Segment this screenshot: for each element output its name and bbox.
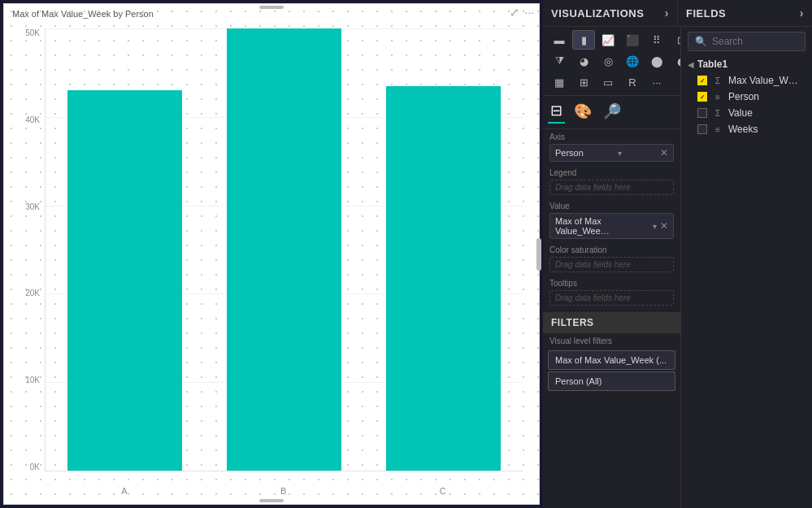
- viz-icon-4[interactable]: ⠿: [645, 30, 668, 50]
- bar-group: [54, 28, 197, 471]
- viz-icon-9[interactable]: 🌐: [621, 51, 644, 71]
- viz-icon-13[interactable]: ⊞: [572, 72, 595, 92]
- viz-icon-16[interactable]: ···: [645, 72, 668, 92]
- field-slot-label-3: Color saturation: [549, 245, 674, 254]
- viz-icon-12[interactable]: ▦: [548, 72, 571, 92]
- viz-icon-7[interactable]: ◕: [572, 51, 595, 71]
- resize-handle-top[interactable]: [259, 6, 284, 9]
- bar-group: [212, 28, 355, 471]
- chart-canvas: 0K10K20K30K40K50K ABC: [4, 20, 539, 504]
- chart-plot: [45, 28, 523, 471]
- format-tab[interactable]: 🎨: [571, 100, 594, 123]
- field-dropdown-btn-2[interactable]: ▾: [653, 222, 657, 231]
- y-label: 0K: [30, 462, 40, 471]
- filter-item-0[interactable]: Max of Max Value_Week (...: [548, 350, 675, 370]
- fields-tab[interactable]: ⊟: [548, 99, 565, 124]
- right-panel: VISUALIZATIONS › FIELDS › ▬▮📈⬛⠿⊡⧩◕◎🌐⬤◐▦⊞…: [543, 0, 812, 508]
- field-checkbox-3[interactable]: [697, 124, 707, 134]
- field-slot-3: Color saturationDrag data fields here: [543, 242, 680, 276]
- field-checkbox-1[interactable]: [697, 92, 707, 102]
- field-row-3[interactable]: ≡Weeks: [681, 121, 812, 137]
- field-slots-container: AxisPerson▾✕LegendDrag data fields hereV…: [543, 129, 680, 309]
- field-slot-placeholder-1[interactable]: Drag data fields here: [549, 180, 674, 195]
- field-name-1: Person: [728, 91, 759, 102]
- viz-icons-grid: ▬▮📈⬛⠿⊡⧩◕◎🌐⬤◐▦⊞▭R···: [543, 27, 680, 96]
- viz-icon-10[interactable]: ⬤: [645, 51, 668, 71]
- field-slot-placeholder-3[interactable]: Drag data fields here: [549, 257, 674, 272]
- field-dropdown-btn-0[interactable]: ▾: [618, 149, 622, 158]
- x-axis: ABC: [45, 481, 523, 496]
- resize-handle-bottom[interactable]: [259, 499, 284, 502]
- viz-icon-11[interactable]: ◐: [670, 51, 681, 71]
- viz-icon-5[interactable]: ⊡: [670, 30, 681, 50]
- more-options-icon[interactable]: ···: [524, 6, 534, 19]
- field-slot-value-0[interactable]: Person▾✕: [549, 144, 674, 162]
- viz-icon-15[interactable]: R: [621, 72, 644, 92]
- focus-mode-icon[interactable]: ⤢: [510, 6, 519, 19]
- table-expand-icon: ◀: [688, 60, 694, 69]
- x-label: C: [440, 486, 446, 496]
- bar-c[interactable]: [386, 86, 501, 471]
- filters-header: FILTERS: [543, 312, 680, 333]
- search-box: 🔍: [688, 32, 805, 51]
- y-label: 20K: [25, 289, 40, 297]
- x-label: A: [121, 486, 127, 496]
- x-label: B: [280, 486, 286, 496]
- field-slot-value-2[interactable]: Max of Max Value_Wee…▾✕: [549, 213, 674, 239]
- panels-header: VISUALIZATIONS › FIELDS ›: [543, 0, 812, 27]
- field-slot-text-0: Person: [555, 148, 584, 158]
- y-axis: 0K10K20K30K40K50K: [4, 28, 45, 471]
- fields-tree: ◀Table1ΣMax Value_W…≡PersonΣValue≡Weeks: [681, 56, 812, 137]
- viz-icon-6[interactable]: ⧩: [548, 51, 571, 71]
- field-checkbox-0[interactable]: [697, 76, 707, 85]
- analytics-tab[interactable]: 🔎: [601, 100, 623, 123]
- field-slot-0: AxisPerson▾✕: [543, 129, 680, 165]
- panels-body: ▬▮📈⬛⠿⊡⧩◕◎🌐⬤◐▦⊞▭R··· ⊟🎨🔎 AxisPerson▾✕Lege…: [543, 27, 812, 508]
- filters-sublabel: Visual level filters: [543, 333, 680, 349]
- field-name-2: Value: [728, 107, 753, 119]
- viz-expand-icon[interactable]: ›: [665, 7, 669, 20]
- fields-title: FIELDS: [686, 7, 726, 20]
- field-slot-4: TooltipsDrag data fields here: [543, 276, 680, 309]
- y-label: 10K: [25, 376, 40, 384]
- filters-section: FILTERS Visual level filters Max of Max …: [543, 312, 680, 393]
- fields-panel: 🔍 ◀Table1ΣMax Value_W…≡PersonΣValue≡Week…: [681, 27, 812, 508]
- field-slot-label-2: Value: [549, 202, 674, 211]
- field-slot-label-1: Legend: [549, 168, 674, 177]
- field-slot-placeholder-4[interactable]: Drag data fields here: [549, 290, 674, 306]
- y-label: 40K: [25, 115, 40, 124]
- field-remove-btn-2[interactable]: ✕: [660, 220, 668, 232]
- viz-icon-0[interactable]: ▬: [548, 30, 571, 50]
- viz-bottom-tabs: ⊟🎨🔎: [543, 96, 680, 129]
- table-row-table1[interactable]: ◀Table1: [681, 56, 812, 72]
- field-slot-text-2: Max of Max Value_Wee…: [555, 216, 653, 236]
- field-type-icon-3: ≡: [712, 125, 723, 134]
- field-name-0: Max Value_W…: [728, 75, 798, 86]
- field-row-2[interactable]: ΣValue: [681, 105, 812, 121]
- field-name-3: Weeks: [728, 124, 758, 135]
- field-slot-2: ValueMax of Max Value_Wee…▾✕: [543, 198, 680, 242]
- field-type-icon-0: Σ: [712, 76, 723, 85]
- bar-a[interactable]: [67, 90, 182, 471]
- y-label: 30K: [25, 202, 40, 211]
- viz-panel: ▬▮📈⬛⠿⊡⧩◕◎🌐⬤◐▦⊞▭R··· ⊟🎨🔎 AxisPerson▾✕Lege…: [543, 27, 681, 508]
- viz-icon-14[interactable]: ▭: [597, 72, 619, 92]
- field-checkbox-2[interactable]: [697, 108, 707, 118]
- search-input[interactable]: [712, 36, 812, 47]
- field-row-0[interactable]: ΣMax Value_W…: [681, 72, 812, 89]
- fields-expand-icon[interactable]: ›: [800, 7, 804, 20]
- viz-icon-8[interactable]: ◎: [597, 51, 619, 71]
- resize-handle-right[interactable]: [536, 238, 541, 271]
- y-label: 50K: [25, 28, 40, 37]
- viz-icon-2[interactable]: 📈: [597, 30, 619, 50]
- filter-item-1[interactable]: Person (All): [548, 371, 675, 391]
- viz-icon-1[interactable]: ▮: [572, 30, 595, 50]
- visualizations-title: VISUALIZATIONS: [551, 7, 644, 20]
- viz-icon-3[interactable]: ⬛: [621, 30, 644, 50]
- field-row-1[interactable]: ≡Person: [681, 89, 812, 105]
- bar-b[interactable]: [227, 28, 341, 471]
- search-icon: 🔍: [695, 36, 707, 47]
- fields-header: FIELDS ›: [678, 0, 812, 26]
- field-remove-btn-0[interactable]: ✕: [660, 147, 668, 158]
- chart-area: ⤢ ··· Max of Max Value_Week by Person 0K…: [3, 3, 540, 505]
